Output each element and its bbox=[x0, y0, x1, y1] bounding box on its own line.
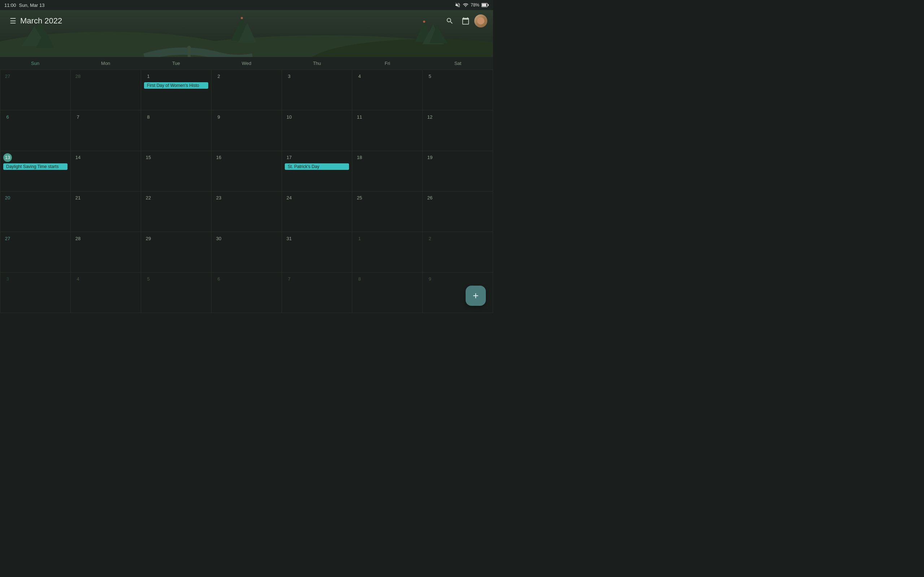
menu-icon: ☰ bbox=[10, 16, 16, 25]
header-fri: Fri bbox=[352, 57, 423, 69]
cal-cell-apr6[interactable]: 6 bbox=[212, 272, 282, 313]
battery-icon bbox=[481, 3, 489, 8]
svg-point-18 bbox=[187, 46, 191, 49]
cal-cell-mar19[interactable]: 19 bbox=[423, 151, 493, 192]
cal-cell-mar20[interactable]: 20 bbox=[0, 192, 71, 232]
cal-cell-apr4[interactable]: 4 bbox=[71, 272, 141, 313]
cal-cell-apr8[interactable]: 8 bbox=[352, 272, 423, 313]
cal-cell-mar22[interactable]: 22 bbox=[141, 192, 212, 232]
cal-cell-mar17[interactable]: 17 St. Patrick's Day bbox=[282, 151, 352, 192]
cal-cell-feb27[interactable]: 27 bbox=[0, 70, 71, 110]
header-sat: Sat bbox=[423, 57, 493, 69]
cal-cell-mar10[interactable]: 10 bbox=[282, 110, 352, 151]
create-event-fab[interactable]: + bbox=[465, 285, 486, 306]
calendar-container: Sun Mon Tue Wed Thu Fri Sat 27 28 1 Firs… bbox=[0, 57, 493, 313]
cal-cell-mar13[interactable]: 13 Daylight Saving Time starts bbox=[0, 151, 71, 192]
cal-cell-mar4[interactable]: 4 bbox=[352, 70, 423, 110]
cal-cell-mar25[interactable]: 25 bbox=[352, 192, 423, 232]
header-thu: Thu bbox=[282, 57, 352, 69]
cal-cell-mar5[interactable]: 5 bbox=[423, 70, 493, 110]
cal-cell-apr3[interactable]: 3 bbox=[0, 272, 71, 313]
cal-cell-mar31[interactable]: 31 bbox=[282, 232, 352, 272]
cal-cell-mar27[interactable]: 27 bbox=[0, 232, 71, 272]
cal-cell-mar15[interactable]: 15 bbox=[141, 151, 212, 192]
cal-cell-mar24[interactable]: 24 bbox=[282, 192, 352, 232]
status-date: Sun, Mar 13 bbox=[19, 3, 45, 8]
calendar-grid: 27 28 1 First Day of Women's Histo 2 3 4… bbox=[0, 70, 493, 313]
cal-cell-mar3[interactable]: 3 bbox=[282, 70, 352, 110]
cal-cell-apr5[interactable]: 5 bbox=[141, 272, 212, 313]
header-mon: Mon bbox=[70, 57, 141, 69]
event-dst[interactable]: Daylight Saving Time starts bbox=[3, 163, 68, 170]
app-bar: ☰ March 2022 bbox=[0, 10, 493, 32]
mute-icon bbox=[455, 2, 460, 8]
status-time: 11:00 bbox=[4, 3, 16, 8]
cal-cell-mar12[interactable]: 12 bbox=[423, 110, 493, 151]
search-button[interactable] bbox=[443, 14, 457, 28]
cal-cell-feb28[interactable]: 28 bbox=[71, 70, 141, 110]
cal-cell-mar29[interactable]: 29 bbox=[141, 232, 212, 272]
cal-cell-apr7[interactable]: 7 bbox=[282, 272, 352, 313]
header-sun: Sun bbox=[0, 57, 70, 69]
status-bar: 11:00 Sun, Mar 13 78% bbox=[0, 0, 493, 10]
wifi-icon bbox=[463, 2, 468, 8]
event-st-patricks[interactable]: St. Patrick's Day bbox=[285, 163, 349, 170]
status-icons: 78% bbox=[455, 2, 489, 8]
plus-icon: + bbox=[473, 290, 478, 301]
cal-cell-mar23[interactable]: 23 bbox=[212, 192, 282, 232]
header-tue: Tue bbox=[141, 57, 211, 69]
svg-rect-2 bbox=[488, 4, 489, 6]
cal-cell-mar30[interactable]: 30 bbox=[212, 232, 282, 272]
cal-cell-mar9[interactable]: 9 bbox=[212, 110, 282, 151]
search-icon bbox=[446, 17, 454, 25]
cal-cell-apr2[interactable]: 2 bbox=[423, 232, 493, 272]
battery-text: 78% bbox=[471, 3, 479, 8]
cal-cell-mar16[interactable]: 16 bbox=[212, 151, 282, 192]
day-headers: Sun Mon Tue Wed Thu Fri Sat bbox=[0, 57, 493, 70]
header-wed: Wed bbox=[211, 57, 281, 69]
avatar bbox=[474, 15, 487, 27]
cal-cell-mar2[interactable]: 2 bbox=[212, 70, 282, 110]
avatar-button[interactable] bbox=[474, 15, 487, 27]
cal-cell-apr1[interactable]: 1 bbox=[352, 232, 423, 272]
cal-cell-mar14[interactable]: 14 bbox=[71, 151, 141, 192]
app-title: March 2022 bbox=[20, 16, 443, 26]
cal-cell-mar11[interactable]: 11 bbox=[352, 110, 423, 151]
cal-cell-mar7[interactable]: 7 bbox=[71, 110, 141, 151]
svg-rect-17 bbox=[188, 49, 191, 57]
calendar-today-icon bbox=[462, 17, 470, 25]
cal-cell-mar6[interactable]: 6 bbox=[0, 110, 71, 151]
menu-button[interactable]: ☰ bbox=[6, 14, 20, 28]
cal-cell-mar1[interactable]: 1 First Day of Women's Histo bbox=[141, 70, 212, 110]
cal-cell-mar8[interactable]: 8 bbox=[141, 110, 212, 151]
cal-cell-mar21[interactable]: 21 bbox=[71, 192, 141, 232]
app-bar-actions bbox=[443, 14, 487, 28]
cal-cell-mar28[interactable]: 28 bbox=[71, 232, 141, 272]
today-button[interactable] bbox=[459, 14, 473, 28]
svg-rect-1 bbox=[482, 3, 486, 6]
event-womens-history[interactable]: First Day of Women's Histo bbox=[144, 82, 208, 89]
cal-cell-mar26[interactable]: 26 bbox=[423, 192, 493, 232]
cal-cell-mar18[interactable]: 18 bbox=[352, 151, 423, 192]
